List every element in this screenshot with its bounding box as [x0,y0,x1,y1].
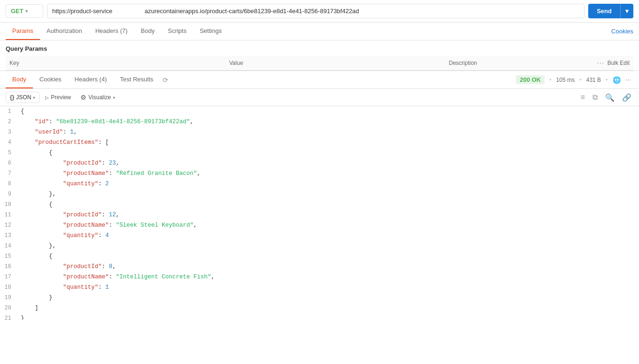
tab-params[interactable]: Params [6,23,40,40]
query-params-title: Query Params [6,45,633,52]
description-label: Description [449,60,477,66]
search-icon[interactable]: 🔍 [603,92,616,103]
code-content: "productId": 12, [19,210,639,220]
line-number: 9 [0,189,19,199]
format-json-selector[interactable]: {} JSON ▾ [6,92,39,103]
line-number: 8 [0,179,19,189]
code-line: 14 }, [0,241,639,251]
preview-button[interactable]: ▷ Preview [41,92,75,103]
code-content: { [19,148,639,158]
code-content: "productId": 23, [19,158,639,168]
code-line: 7 "productName": "Refined Granite Bacon"… [0,168,639,179]
send-button[interactable]: Send ▾ [588,4,633,18]
response-status: 200 OK • 105 ms • 431 B • 🌐 ··· [516,75,633,84]
tab-settings[interactable]: Settings [193,23,229,40]
sep1: • [549,76,552,83]
code-line: 20 ] [0,303,639,313]
code-line: 10 { [0,199,639,210]
method-value: GET [11,8,24,15]
line-number: 11 [0,210,19,220]
code-line: 1{ [0,106,639,117]
line-number: 7 [0,168,19,179]
visualize-button[interactable]: ⚙ Visualize ▾ [77,92,119,103]
visualize-icon: ⚙ [80,94,87,101]
code-line: 3 "userId": 1, [0,127,639,137]
tab-headers[interactable]: Headers (7) [89,23,134,40]
code-line: 4 "productCartItems": [ [0,137,639,148]
code-line: 16 "productId": 8, [0,261,639,272]
cookies-link[interactable]: Cookies [611,28,633,35]
code-content: }, [19,189,639,199]
method-selector[interactable]: GET ▾ [6,4,43,18]
format-bar: {} JSON ▾ ▷ Preview ⚙ Visualize ▾ ≡ ⧉ 🔍 … [0,89,639,106]
line-number: 19 [0,293,19,303]
resp-tab-cookies[interactable]: Cookies [33,71,68,88]
resp-tab-body[interactable]: Body [6,71,33,88]
code-line: 6 "productId": 23, [0,158,639,168]
line-number: 15 [0,251,19,261]
copy-icon[interactable]: ⧉ [591,92,600,103]
code-content: } [19,293,639,303]
code-content: "quantity": 1 [19,282,639,293]
col-value-header: Value [225,56,445,71]
response-body: 1{2 "id": "6be81239-e8d1-4e41-8256-89173… [0,106,639,320]
bulk-edit-button[interactable]: Bulk Edit [607,60,630,66]
method-chevron-icon: ▾ [25,8,28,14]
code-line: 13 "quantity": 4 [0,230,639,241]
response-size: 431 B [586,77,601,83]
line-number: 16 [0,261,19,272]
line-number: 10 [0,199,19,210]
send-dropdown-icon[interactable]: ▾ [620,4,633,18]
line-number: 13 [0,230,19,241]
code-content: ] [19,303,639,313]
line-number: 12 [0,220,19,230]
line-number: 14 [0,241,19,251]
code-content: "productId": 8, [19,261,639,272]
resp-tab-headers[interactable]: Headers (4) [68,71,114,88]
format-chevron-icon: ▾ [33,95,35,100]
response-tabs: Body Cookies Headers (4) Test Results ⟳ … [0,71,639,89]
code-line: 11 "productId": 12, [0,210,639,220]
tab-authorization[interactable]: Authorization [40,23,89,40]
line-number: 5 [0,148,19,158]
link-icon[interactable]: 🔗 [620,92,633,103]
format-label: JSON [16,94,31,101]
request-tabs: Params Authorization Headers (7) Body Sc… [0,23,639,40]
code-line: 5 { [0,148,639,158]
code-content: "userId": 1, [19,127,639,137]
params-table: Key Value Description ··· Bulk Edit [6,56,633,71]
code-line: 9 }, [0,189,639,199]
status-badge: 200 OK [516,75,544,84]
brace-icon: {} [10,94,14,101]
line-number: 1 [0,106,19,117]
sep3: • [606,76,608,83]
code-content: { [19,199,639,210]
resp-tab-test-results[interactable]: Test Results [113,71,160,88]
globe-icon[interactable]: 🌐 [613,76,621,84]
code-content: "quantity": 2 [19,179,639,189]
code-line: 19 } [0,293,639,303]
code-line: 21} [0,313,639,320]
bulk-edit-dots-icon[interactable]: ··· [597,59,604,67]
line-number: 17 [0,272,19,282]
url-input[interactable] [47,4,584,18]
response-more-icon[interactable]: ··· [625,76,631,84]
tab-scripts[interactable]: Scripts [161,23,193,40]
visualize-label: Visualize [88,94,111,101]
format-bar-actions: ≡ ⧉ 🔍 🔗 [579,92,633,103]
line-number: 4 [0,137,19,148]
response-time: 105 ms [556,77,575,83]
code-line: 12 "productName": "Sleek Steel Keyboard"… [0,220,639,230]
visualize-chevron-icon: ▾ [113,95,115,100]
code-content: "productName": "Intelligent Concrete Fis… [19,272,639,282]
history-icon[interactable]: ⟳ [160,71,171,88]
wrap-icon[interactable]: ≡ [579,92,587,103]
code-line: 15 { [0,251,639,261]
line-number: 20 [0,303,19,313]
tab-body[interactable]: Body [134,23,161,40]
query-params-section: Query Params Key Value Description ··· B… [0,40,639,71]
play-icon: ▷ [45,95,49,100]
code-content: { [19,106,639,117]
code-line: 17 "productName": "Intelligent Concrete … [0,272,639,282]
code-line: 8 "quantity": 2 [0,179,639,189]
